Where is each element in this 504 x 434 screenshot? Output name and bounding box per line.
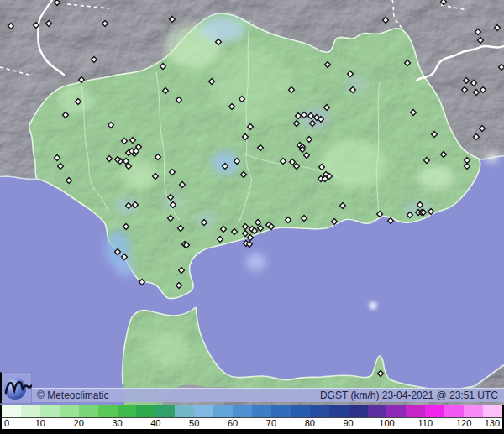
scale-tick-label: 90 — [343, 418, 353, 428]
scale-color-block — [155, 405, 175, 417]
scale-color-block — [136, 405, 155, 417]
scale-color-block — [233, 405, 252, 417]
scale-color-block — [464, 405, 483, 417]
meteoclimatic-logo[interactable] — [0, 372, 32, 404]
scale-color-block — [98, 405, 118, 417]
scale-color-block — [386, 405, 406, 417]
scale-tick-label: 60 — [228, 418, 238, 428]
scale-color-block — [271, 405, 291, 417]
scale-color-block — [291, 405, 310, 417]
terrain-light-patch — [210, 50, 294, 118]
gust-intensity-blob — [201, 17, 244, 42]
scale-color-block — [2, 405, 21, 417]
scale-tick-label: 10 — [35, 418, 45, 428]
scale-color-block — [175, 405, 194, 417]
scale-color-block — [118, 405, 137, 417]
meteoclimatic-logo-icon — [2, 373, 32, 403]
map-canvas — [0, 0, 504, 405]
meteoclimatic-map-page: © Meteoclimatic DGST (km/h) 23-04-2021 @… — [0, 0, 504, 434]
scale-tick-label: 20 — [74, 418, 84, 428]
map-info-label: DGST (km/h) 23-04-2021 @ 23:51 UTC — [320, 389, 504, 402]
gust-intensity-blob — [116, 259, 134, 277]
gust-intensity-blob — [246, 253, 266, 271]
scale-tick-label: 100 — [379, 418, 394, 428]
terrain-light-patch — [485, 152, 498, 162]
scale-tick-label: 110 — [418, 418, 433, 428]
scale-tick-labels: 0102030405060708090100110120130 — [2, 417, 502, 429]
terrain-light-patch — [120, 161, 157, 188]
scale-color-block — [310, 405, 329, 417]
scale-color-block — [349, 405, 368, 417]
scale-color-block — [444, 405, 464, 417]
scale-tick-label: 0 — [4, 418, 9, 428]
terrain-light-patch — [418, 166, 455, 190]
scale-color-block — [329, 405, 349, 417]
scale-tick-label: 120 — [456, 418, 471, 428]
scale-tick-label: 130 — [485, 418, 500, 428]
scale-color-block — [79, 405, 98, 417]
scale-tick-label: 50 — [189, 418, 199, 428]
gust-intensity-blob — [369, 301, 377, 310]
status-bar: © Meteoclimatic DGST (km/h) 23-04-2021 @… — [0, 388, 504, 402]
scale-gradient-bar — [2, 405, 502, 417]
gust-intensity-blob — [345, 76, 369, 92]
scale-color-block — [406, 405, 425, 417]
gust-intensity-blob — [196, 213, 216, 227]
scale-color-block — [483, 405, 502, 417]
scale-color-block — [60, 405, 79, 417]
scale-color-block — [40, 405, 60, 417]
terrain-light-patch — [146, 332, 190, 365]
scale-tick-label: 80 — [305, 418, 315, 428]
wind-gust-scale: 0102030405060708090100110120130 — [0, 405, 504, 434]
scale-tick-label: 30 — [112, 418, 122, 428]
scale-tick-label: 70 — [266, 418, 276, 428]
scale-color-block — [252, 405, 271, 417]
scale-color-block — [425, 405, 444, 417]
scale-color-block — [21, 405, 40, 417]
scale-tick-label: 40 — [150, 418, 160, 428]
scale-color-block — [194, 405, 213, 417]
terrain-light-patch — [57, 86, 94, 112]
scale-color-block — [368, 405, 387, 417]
scale-color-block — [213, 405, 233, 417]
